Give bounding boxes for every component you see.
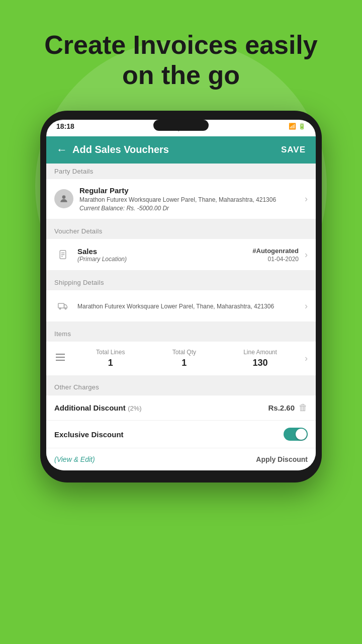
voucher-icon (54, 246, 71, 263)
shipping-info: Marathon Futurex Worksquare Lower Parel,… (77, 301, 299, 311)
total-lines-value: 1 (108, 358, 113, 368)
exclusive-discount-toggle[interactable] (284, 428, 308, 441)
list-icon (54, 351, 66, 366)
headline-text: Create Invoices easily on the go (24, 30, 337, 91)
total-qty-col: Total Qty 1 (172, 349, 196, 368)
document-icon (58, 250, 68, 260)
voucher-date: 01-04-2020 (268, 256, 299, 263)
voucher-details-section-label: Voucher Details (46, 223, 316, 239)
total-qty-value: 1 (182, 358, 187, 368)
voucher-info: Sales (Primary Location) (77, 247, 246, 263)
divider-1 (46, 219, 316, 223)
party-details-row[interactable]: Regular Party Marathon Futurex Worksquar… (46, 179, 316, 220)
party-chevron: › (305, 194, 308, 204)
voucher-number: #Autogenrated (252, 247, 299, 255)
party-name: Regular Party (79, 186, 299, 195)
items-columns: Total Lines 1 Total Qty 1 Line Amount 13… (72, 349, 301, 368)
additional-discount-pct: (2%) (128, 405, 141, 412)
additional-discount-right: Rs.2.60 🗑 (268, 403, 308, 413)
trash-icon[interactable]: 🗑 (299, 403, 308, 413)
party-info: Regular Party Marathon Futurex Worksquar… (79, 186, 299, 212)
voucher-type: Sales (77, 247, 246, 256)
truck-icon (54, 297, 71, 314)
shipping-chevron: › (305, 301, 308, 311)
voucher-location: (Primary Location) (77, 256, 246, 263)
back-button[interactable]: ← (56, 143, 67, 156)
shipping-address: Marathon Futurex Worksquare Lower Parel,… (77, 302, 299, 311)
other-charges-section-label: Other Charges (46, 379, 316, 395)
battery-icon: 🔋 (298, 123, 306, 130)
voucher-right: #Autogenrated 01-04-2020 (252, 247, 299, 263)
exclusive-discount-label: Exclusive Discount (54, 430, 124, 439)
bottom-action-row: (View & Edit) Apply Discount (46, 448, 316, 470)
svg-point-6 (59, 308, 61, 310)
app-bar-title: Add Sales Vouchers (72, 144, 169, 155)
divider-4 (46, 375, 316, 379)
party-avatar (54, 189, 73, 208)
party-details-section-label: Party Details (46, 164, 316, 179)
person-icon (59, 194, 69, 204)
items-section-label: Items (46, 326, 316, 342)
view-edit-link[interactable]: (View & Edit) (54, 455, 95, 463)
status-time: 18:18 (56, 122, 74, 130)
save-button[interactable]: SAVE (281, 145, 306, 155)
divider-2 (46, 271, 316, 275)
line-amount-value: 130 (252, 358, 267, 368)
toggle-knob (296, 429, 307, 440)
list-svg-icon (54, 351, 66, 363)
shipping-details-section-label: Shipping Details (46, 275, 316, 290)
voucher-details-row[interactable]: Sales (Primary Location) #Autogenrated 0… (46, 239, 316, 271)
total-lines-label: Total Lines (96, 349, 125, 356)
line-amount-label: Line Amount (243, 349, 277, 356)
svg-point-0 (62, 196, 66, 199)
voucher-chevron: › (305, 250, 308, 260)
shipping-details-row[interactable]: Marathon Futurex Worksquare Lower Parel,… (46, 290, 316, 322)
truck-svg-icon (58, 301, 68, 311)
additional-discount-row[interactable]: Additional Discount (2%) Rs.2.60 🗑 (46, 395, 316, 420)
exclusive-discount-row: Exclusive Discount (46, 420, 316, 448)
phone-shell: 18:18 💬 📶 🔋 ← Add Sales Vouchers SAVE Pa… (40, 111, 322, 483)
app-bar-left: ← Add Sales Vouchers (56, 143, 169, 156)
apply-discount-button[interactable]: Apply Discount (256, 455, 308, 463)
party-address: Marathon Futurex Worksquare Lower Parel,… (79, 196, 299, 204)
items-row[interactable]: Total Lines 1 Total Qty 1 Line Amount 13… (46, 342, 316, 375)
line-amount-col: Line Amount 130 (243, 349, 277, 368)
svg-rect-5 (58, 303, 64, 308)
party-balance: Current Balance: Rs. -5000.00 Dr (79, 205, 299, 212)
additional-discount-label: Additional Discount (54, 404, 126, 412)
total-qty-label: Total Qty (172, 349, 196, 356)
divider-3 (46, 322, 316, 326)
total-lines-col: Total Lines 1 (96, 349, 125, 368)
status-icons: 📶 🔋 (289, 123, 306, 130)
items-chevron: › (305, 353, 308, 364)
phone-screen: ← Add Sales Vouchers SAVE Party Details … (46, 136, 316, 471)
additional-discount-value: Rs.2.60 (268, 404, 295, 412)
app-bar: ← Add Sales Vouchers SAVE (46, 136, 316, 164)
notch-pill (153, 120, 209, 131)
signal-icon: 📶 (289, 123, 296, 130)
svg-point-7 (65, 308, 66, 310)
additional-discount-label-wrapper: Additional Discount (2%) (54, 404, 142, 413)
